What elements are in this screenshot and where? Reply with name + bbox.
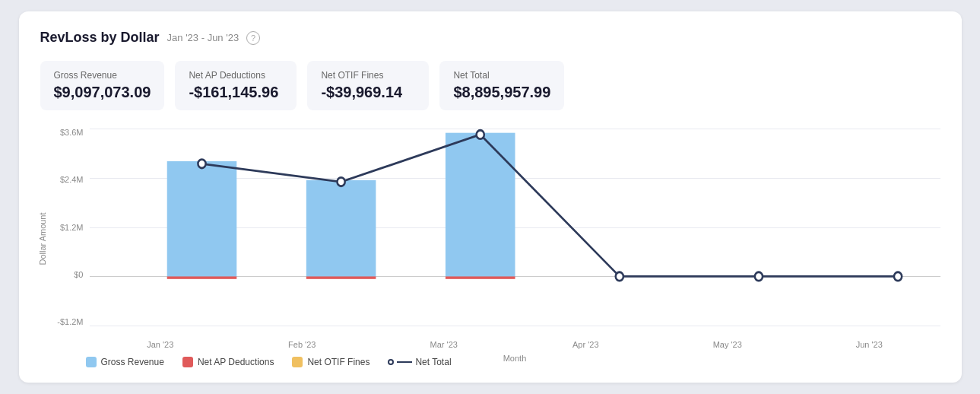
legend-gross-revenue-box xyxy=(86,357,97,367)
x-axis-title: Month xyxy=(503,354,527,363)
legend-net-total: Net Total xyxy=(388,357,451,367)
stat-gross-revenue-label: Gross Revenue xyxy=(54,70,151,81)
bar-mar-deductions xyxy=(445,276,515,278)
legend-net-otif-label: Net OTIF Fines xyxy=(307,357,369,367)
stat-net-otif: Net OTIF Fines -$39,969.14 xyxy=(307,61,429,110)
dot-feb xyxy=(337,177,344,186)
dot-may xyxy=(754,272,762,281)
y-label-24: $2.4M xyxy=(60,176,84,184)
chart-container: $3.6M $2.4M $1.2M $0 -$1.2M Dollar Amoun… xyxy=(40,129,940,349)
legend-net-ap-box xyxy=(182,357,193,367)
chart-inner: Jan '23 Feb '23 Mar '23 Apr '23 May '23 … xyxy=(90,129,940,349)
legend-net-ap: Net AP Deductions xyxy=(182,357,274,367)
legend-net-total-dash xyxy=(397,361,412,363)
stat-net-otif-value: -$39,969.14 xyxy=(321,84,415,101)
legend-gross-revenue: Gross Revenue xyxy=(86,357,164,367)
chart-svg xyxy=(90,129,940,326)
legend-net-total-dot xyxy=(388,359,394,365)
legend: Gross Revenue Net AP Deductions Net OTIF… xyxy=(40,357,940,367)
chart-area: $3.6M $2.4M $1.2M $0 -$1.2M Dollar Amoun… xyxy=(40,129,940,349)
dot-jun xyxy=(893,272,901,281)
x-label-jun: Jun '23 xyxy=(798,340,940,349)
stat-net-otif-label: Net OTIF Fines xyxy=(321,70,415,81)
stat-gross-revenue: Gross Revenue $9,097,073.09 xyxy=(40,61,165,110)
bar-jan-gross xyxy=(167,161,236,278)
legend-net-ap-label: Net AP Deductions xyxy=(198,357,274,367)
bar-mar-gross xyxy=(445,133,515,278)
bar-feb-deductions xyxy=(306,276,376,278)
page-title: RevLoss by Dollar xyxy=(40,30,160,46)
y-label-36: $3.6M xyxy=(60,129,84,137)
bar-jan-deductions xyxy=(167,276,236,278)
stat-net-total-label: Net Total xyxy=(453,70,550,81)
header-row: RevLoss by Dollar Jan '23 - Jun '23 ? xyxy=(40,30,940,46)
legend-gross-revenue-label: Gross Revenue xyxy=(101,357,164,367)
bar-feb-gross xyxy=(306,180,376,278)
stat-net-ap: Net AP Deductions -$161,145.96 xyxy=(175,61,297,110)
dot-mar xyxy=(476,130,484,138)
main-card: RevLoss by Dollar Jan '23 - Jun '23 ? Gr… xyxy=(19,11,962,383)
y-label-12: $1.2M xyxy=(60,224,84,232)
legend-net-otif: Net OTIF Fines xyxy=(292,357,369,367)
x-label-mar: Mar '23 xyxy=(373,340,515,349)
stat-net-total-value: $8,895,957.99 xyxy=(453,84,550,101)
dot-jan xyxy=(198,160,205,168)
stat-net-total: Net Total $8,895,957.99 xyxy=(439,61,564,110)
legend-net-total-label: Net Total xyxy=(415,357,451,367)
stat-net-ap-value: -$161,145.96 xyxy=(189,84,283,101)
x-label-may: May '23 xyxy=(657,340,799,349)
stat-net-ap-label: Net AP Deductions xyxy=(189,70,283,81)
help-icon[interactable]: ? xyxy=(246,31,260,45)
date-range: Jan '23 - Jun '23 xyxy=(167,32,239,43)
dot-apr xyxy=(615,272,623,281)
x-axis: Jan '23 Feb '23 Mar '23 Apr '23 May '23 … xyxy=(90,326,940,349)
y-label-0: $0 xyxy=(74,271,83,279)
x-label-apr: Apr '23 xyxy=(515,340,657,349)
y-axis-title: Dollar Amount xyxy=(37,212,46,265)
stats-row: Gross Revenue $9,097,073.09 Net AP Deduc… xyxy=(40,61,940,110)
y-label-n12: -$1.2M xyxy=(57,318,83,326)
x-label-jan: Jan '23 xyxy=(90,340,232,349)
stat-gross-revenue-value: $9,097,073.09 xyxy=(54,84,151,101)
legend-net-otif-box xyxy=(292,357,303,367)
x-label-feb: Feb '23 xyxy=(231,340,373,349)
